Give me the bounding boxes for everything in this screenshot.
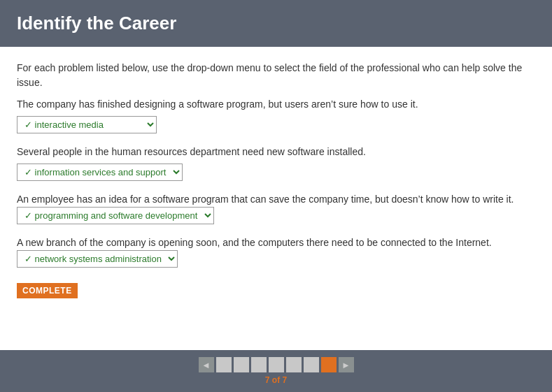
- page-header: Identify the Career: [0, 0, 552, 47]
- question-2-text: Several people in the human resources de…: [17, 145, 535, 159]
- question-3-text: An employee has an idea for a software p…: [17, 192, 535, 224]
- question-4-block: A new branch of the company is opening s…: [17, 235, 535, 268]
- prev-button[interactable]: ◄: [199, 357, 214, 372]
- nav-controls: ◄ ►: [199, 357, 354, 372]
- page-indicator: 7 of 7: [265, 375, 287, 385]
- nav-box-3[interactable]: [251, 357, 267, 372]
- main-content: For each problem listed below, use the d…: [0, 47, 552, 347]
- nav-box-4[interactable]: [269, 357, 284, 372]
- next-button[interactable]: ►: [339, 357, 354, 372]
- instruction-text: For each problem listed below, use the d…: [17, 61, 535, 90]
- question-3-select[interactable]: ✓ programming and software development: [17, 207, 214, 224]
- nav-box-6[interactable]: [304, 357, 319, 372]
- complete-button[interactable]: COMPLETE: [17, 283, 78, 298]
- question-1-select[interactable]: ✓ interactive media: [17, 116, 157, 133]
- nav-box-7[interactable]: [321, 357, 337, 372]
- page-title: Identify the Career: [17, 13, 535, 34]
- question-1-block: The company has finished designing a sof…: [17, 97, 535, 133]
- question-4-text: A new branch of the company is opening s…: [17, 235, 535, 268]
- footer: ◄ ► 7 of 7: [0, 350, 552, 392]
- nav-box-5[interactable]: [286, 357, 302, 372]
- question-1-text: The company has finished designing a sof…: [17, 97, 535, 112]
- question-4-select[interactable]: ✓ network systems administration: [17, 250, 178, 268]
- nav-box-2[interactable]: [234, 357, 249, 372]
- nav-box-1[interactable]: [216, 357, 232, 372]
- question-2-block: Several people in the human resources de…: [17, 145, 535, 181]
- question-3-block: An employee has an idea for a software p…: [17, 192, 535, 224]
- question-2-select[interactable]: ✓ information services and support: [17, 164, 183, 181]
